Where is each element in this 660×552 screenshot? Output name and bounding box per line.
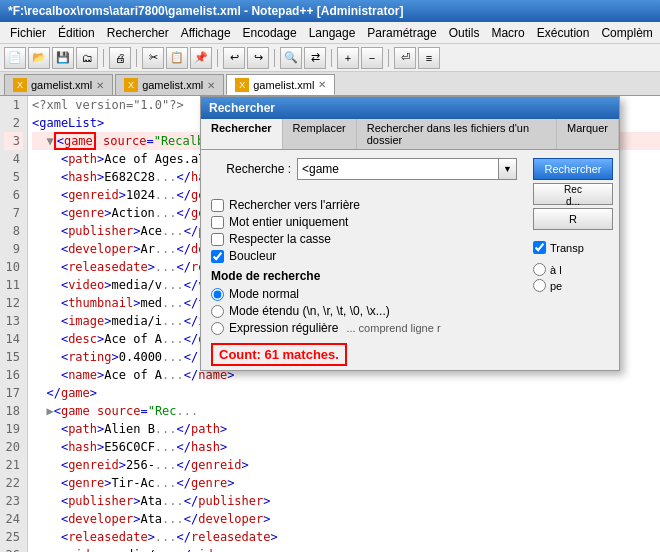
print-button[interactable]: 🖨 bbox=[109, 47, 131, 69]
toolbar-sep1 bbox=[103, 49, 104, 67]
search-mode-title: Mode de recherche bbox=[211, 269, 527, 283]
code-line-18: ▶<game source="Rec... bbox=[32, 402, 660, 420]
menu-rechercher[interactable]: Rechercher bbox=[101, 24, 175, 42]
menu-macro[interactable]: Macro bbox=[485, 24, 530, 42]
find-tab-dossier[interactable]: Rechercher dans les fichiers d'un dossie… bbox=[357, 119, 557, 149]
title-text: *F:\recalbox\roms\atari7800\gamelist.xml… bbox=[8, 4, 403, 18]
find-search-input[interactable] bbox=[297, 158, 499, 180]
line-numbers: 1 2 3 4 5 6 7 8 9 10 11 12 13 14 15 16 1… bbox=[0, 96, 28, 552]
checkbox-whole-word: Mot entier uniquement bbox=[211, 215, 527, 229]
search-mode-section: Mode de recherche Mode normal Mode étend… bbox=[211, 269, 527, 335]
code-line-20: <hash>E56C0CF...</hash> bbox=[32, 438, 660, 456]
checkbox-reverse-input[interactable] bbox=[211, 199, 224, 212]
tab-icon-1: X bbox=[13, 78, 27, 92]
copy-button[interactable]: 📋 bbox=[166, 47, 188, 69]
radio-extended-input[interactable] bbox=[211, 305, 224, 318]
find-tabs: Rechercher Remplacer Rechercher dans les… bbox=[201, 119, 619, 150]
indent-button[interactable]: ≡ bbox=[418, 47, 440, 69]
paste-button[interactable]: 📌 bbox=[190, 47, 212, 69]
line-num-1: 1 bbox=[4, 96, 23, 114]
zoom-in-button[interactable]: + bbox=[337, 47, 359, 69]
count-badge: Count: 61 matches. bbox=[211, 343, 347, 366]
bottom-radio-2-input[interactable] bbox=[533, 279, 546, 292]
save-button[interactable]: 💾 bbox=[52, 47, 74, 69]
find-next-button[interactable]: Rechercher bbox=[533, 158, 613, 180]
line-num-9: 9 bbox=[4, 240, 23, 258]
line-num-25: 25 bbox=[4, 528, 23, 546]
redo-button[interactable]: ↪ bbox=[247, 47, 269, 69]
menu-edition[interactable]: Édition bbox=[52, 24, 101, 42]
menu-fichier[interactable]: Fichier bbox=[4, 24, 52, 42]
tab-close-3[interactable]: ✕ bbox=[318, 79, 326, 90]
menu-encodage[interactable]: Encodage bbox=[237, 24, 303, 42]
find-tab-remplacer[interactable]: Remplacer bbox=[283, 119, 357, 149]
regex-option-label: ... comprend ligne r bbox=[346, 322, 440, 334]
close-button[interactable]: R bbox=[533, 208, 613, 230]
tab-1[interactable]: X gamelist.xml ✕ bbox=[4, 74, 113, 95]
checkbox-wrap: Boucleur bbox=[211, 249, 527, 263]
find-tab-marquer[interactable]: Marquer bbox=[557, 119, 619, 149]
new-button[interactable]: 📄 bbox=[4, 47, 26, 69]
tab-close-2[interactable]: ✕ bbox=[207, 80, 215, 91]
radio-regex: Expression régulière ... comprend ligne … bbox=[211, 321, 527, 335]
transp-checkbox[interactable] bbox=[533, 241, 546, 254]
replace-button[interactable]: ⇄ bbox=[304, 47, 326, 69]
menu-parametrage[interactable]: Paramétrage bbox=[361, 24, 442, 42]
save-all-button[interactable]: 🗂 bbox=[76, 47, 98, 69]
toolbar-sep3 bbox=[217, 49, 218, 67]
line-num-19: 19 bbox=[4, 420, 23, 438]
line-num-11: 11 bbox=[4, 276, 23, 294]
bottom-radio-group: à l pe bbox=[533, 263, 613, 292]
radio-regex-input[interactable] bbox=[211, 322, 224, 335]
toolbar-sep2 bbox=[136, 49, 137, 67]
radio-normal-input[interactable] bbox=[211, 288, 224, 301]
checkbox-whole-word-input[interactable] bbox=[211, 216, 224, 229]
find-body: Recherche : ▼ bbox=[201, 150, 527, 194]
find-dropdown-button[interactable]: ▼ bbox=[499, 158, 517, 180]
checkbox-wrap-label: Boucleur bbox=[229, 249, 276, 263]
tab-3[interactable]: X gamelist.xml ✕ bbox=[226, 74, 335, 95]
radio-regex-label: Expression régulière bbox=[229, 321, 338, 335]
menu-outils[interactable]: Outils bbox=[443, 24, 486, 42]
line-num-24: 24 bbox=[4, 510, 23, 528]
menu-complem[interactable]: Complèm bbox=[595, 24, 658, 42]
undo-button[interactable]: ↩ bbox=[223, 47, 245, 69]
count-badge-container: Count: 61 matches. bbox=[201, 339, 527, 370]
title-bar: *F:\recalbox\roms\atari7800\gamelist.xml… bbox=[0, 0, 660, 22]
menu-affichage[interactable]: Affichage bbox=[175, 24, 237, 42]
line-num-16: 16 bbox=[4, 366, 23, 384]
line-num-4: 4 bbox=[4, 150, 23, 168]
cut-button[interactable]: ✂ bbox=[142, 47, 164, 69]
checkbox-match-case-input[interactable] bbox=[211, 233, 224, 246]
tab-bar: X gamelist.xml ✕ X gamelist.xml ✕ X game… bbox=[0, 72, 660, 96]
bottom-radio-2-label: pe bbox=[550, 280, 562, 292]
menu-langage[interactable]: Langage bbox=[303, 24, 362, 42]
find-tab-rechercher[interactable]: Rechercher bbox=[201, 119, 283, 149]
line-num-18: 18 bbox=[4, 402, 23, 420]
tab-icon-3: X bbox=[235, 78, 249, 92]
radio-normal-label: Mode normal bbox=[229, 287, 299, 301]
line-num-15: 15 bbox=[4, 348, 23, 366]
tab-close-1[interactable]: ✕ bbox=[96, 80, 104, 91]
bottom-radio-1: à l bbox=[533, 263, 613, 276]
bottom-radio-1-input[interactable] bbox=[533, 263, 546, 276]
zoom-out-button[interactable]: − bbox=[361, 47, 383, 69]
wrap-button[interactable]: ⏎ bbox=[394, 47, 416, 69]
menu-bar: Fichier Édition Rechercher Affichage Enc… bbox=[0, 22, 660, 44]
code-line-17: </game> bbox=[32, 384, 660, 402]
radio-extended-label: Mode étendu (\n, \r, \t, \0, \x...) bbox=[229, 304, 390, 318]
line-num-26: 26 bbox=[4, 546, 23, 552]
toolbar-sep6 bbox=[388, 49, 389, 67]
find-button[interactable]: 🔍 bbox=[280, 47, 302, 69]
count-button[interactable]: Recd... bbox=[533, 183, 613, 205]
line-num-10: 10 bbox=[4, 258, 23, 276]
menu-execution[interactable]: Exécution bbox=[531, 24, 596, 42]
code-line-25: <releasedate>...</releasedate> bbox=[32, 528, 660, 546]
checkbox-wrap-input[interactable] bbox=[211, 250, 224, 263]
toolbar-sep5 bbox=[331, 49, 332, 67]
tab-label-3: gamelist.xml bbox=[253, 79, 314, 91]
tab-2[interactable]: X gamelist.xml ✕ bbox=[115, 74, 224, 95]
open-button[interactable]: 📂 bbox=[28, 47, 50, 69]
checkbox-whole-word-label: Mot entier uniquement bbox=[229, 215, 348, 229]
code-line-22: <genre>Tir-Ac...</genre> bbox=[32, 474, 660, 492]
